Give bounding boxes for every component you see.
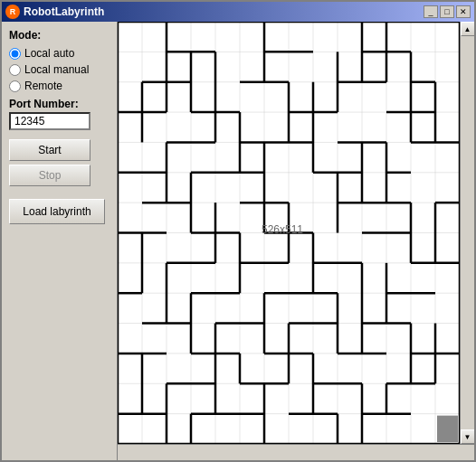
minimize-button[interactable]: _ xyxy=(424,5,438,18)
port-input[interactable] xyxy=(9,112,90,130)
window-title: RobotLabyrinth xyxy=(24,5,104,18)
remote-radio[interactable] xyxy=(9,80,21,92)
close-button[interactable]: ✕ xyxy=(456,5,471,18)
maximize-button[interactable]: □ xyxy=(440,5,454,18)
mode-label: Mode: xyxy=(9,29,109,42)
stop-button[interactable]: Stop xyxy=(9,165,90,186)
mode-radio-group: Local auto Local manual Remote xyxy=(9,47,109,92)
local-manual-option[interactable]: Local manual xyxy=(9,63,109,76)
port-label: Port Number: xyxy=(9,98,109,110)
local-auto-radio[interactable] xyxy=(9,48,21,60)
app-icon: R xyxy=(5,5,20,19)
title-bar: R RobotLabyrinth _ □ ✕ xyxy=(2,2,474,22)
remote-label: Remote xyxy=(24,80,62,92)
scroll-down-button[interactable]: ▼ xyxy=(461,429,475,444)
button-group: Start Stop xyxy=(9,139,109,186)
left-panel: Mode: Local auto Local manual Remote Por… xyxy=(2,22,118,460)
start-button[interactable]: Start xyxy=(9,139,90,161)
remote-option[interactable]: Remote xyxy=(9,80,109,92)
maze-area xyxy=(118,22,460,444)
window-controls: _ □ ✕ xyxy=(424,5,471,18)
local-manual-label: Local manual xyxy=(24,63,89,76)
vertical-scrollbar: ▲ ▼ xyxy=(460,22,474,444)
local-auto-option[interactable]: Local auto xyxy=(9,47,109,60)
local-auto-label: Local auto xyxy=(24,47,74,60)
load-labyrinth-button[interactable]: Load labyrinth xyxy=(9,199,105,224)
local-manual-radio[interactable] xyxy=(9,64,21,76)
main-window: R RobotLabyrinth _ □ ✕ Mode: Local auto … xyxy=(0,0,476,462)
port-section: Port Number: xyxy=(9,98,109,130)
bottom-bar xyxy=(118,444,474,460)
content-area: Mode: Local auto Local manual Remote Por… xyxy=(2,22,474,460)
right-panel: ▲ ▼ xyxy=(118,22,474,460)
scroll-up-button[interactable]: ▲ xyxy=(461,22,475,36)
maze-canvas xyxy=(118,22,460,444)
